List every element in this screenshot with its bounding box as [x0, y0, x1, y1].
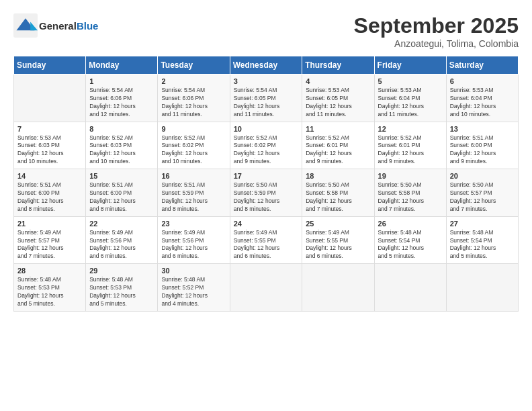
day-number: 29	[89, 267, 154, 275]
day-info: Sunrise: 5:51 AM Sunset: 6:00 PM Dayligh…	[450, 134, 515, 167]
day-info: Sunrise: 5:48 AM Sunset: 5:53 PM Dayligh…	[17, 276, 82, 308]
day-number: 28	[17, 267, 82, 275]
week-row-1: 1Sunrise: 5:54 AM Sunset: 6:06 PM Daylig…	[14, 75, 519, 122]
day-cell: 16Sunrise: 5:51 AM Sunset: 5:59 PM Dayli…	[158, 169, 230, 217]
day-cell: 10Sunrise: 5:52 AM Sunset: 6:02 PM Dayli…	[230, 122, 302, 169]
day-info: Sunrise: 5:54 AM Sunset: 6:06 PM Dayligh…	[89, 87, 154, 119]
day-cell: 28Sunrise: 5:48 AM Sunset: 5:53 PM Dayli…	[14, 264, 86, 312]
day-number: 22	[89, 220, 154, 228]
day-info: Sunrise: 5:50 AM Sunset: 5:57 PM Dayligh…	[450, 181, 515, 214]
day-number: 18	[306, 172, 370, 180]
logo-icon	[13, 13, 38, 38]
day-info: Sunrise: 5:52 AM Sunset: 6:03 PM Dayligh…	[89, 134, 154, 167]
header-row: Sunday Monday Tuesday Wednesday Thursday…	[14, 56, 519, 75]
day-info: Sunrise: 5:52 AM Sunset: 6:02 PM Dayligh…	[234, 134, 299, 167]
day-cell: 14Sunrise: 5:51 AM Sunset: 6:00 PM Dayli…	[14, 169, 86, 217]
day-number: 2	[161, 77, 226, 85]
month-title: September 2025	[354, 13, 519, 38]
day-cell: 7Sunrise: 5:53 AM Sunset: 6:03 PM Daylig…	[14, 122, 86, 169]
day-number: 11	[306, 125, 370, 133]
day-info: Sunrise: 5:53 AM Sunset: 6:05 PM Dayligh…	[306, 87, 370, 119]
day-number: 1	[89, 77, 154, 85]
day-cell: 17Sunrise: 5:50 AM Sunset: 5:59 PM Dayli…	[230, 169, 302, 217]
logo: GeneralBlue	[13, 13, 98, 38]
week-row-3: 14Sunrise: 5:51 AM Sunset: 6:00 PM Dayli…	[14, 169, 519, 217]
day-info: Sunrise: 5:51 AM Sunset: 6:00 PM Dayligh…	[17, 181, 82, 214]
day-info: Sunrise: 5:52 AM Sunset: 6:02 PM Dayligh…	[161, 134, 226, 167]
day-number: 8	[89, 125, 154, 133]
day-number: 17	[234, 172, 299, 180]
day-number: 16	[161, 172, 226, 180]
day-cell: 11Sunrise: 5:52 AM Sunset: 6:01 PM Dayli…	[302, 122, 374, 169]
day-number: 27	[450, 220, 515, 228]
day-cell: 27Sunrise: 5:48 AM Sunset: 5:54 PM Dayli…	[446, 216, 518, 264]
col-monday: Monday	[86, 56, 158, 75]
day-number: 21	[17, 220, 82, 228]
day-info: Sunrise: 5:48 AM Sunset: 5:54 PM Dayligh…	[450, 229, 515, 261]
day-number: 4	[306, 77, 370, 85]
day-cell	[446, 264, 518, 312]
day-cell: 9Sunrise: 5:52 AM Sunset: 6:02 PM Daylig…	[158, 122, 230, 169]
day-cell: 6Sunrise: 5:53 AM Sunset: 6:04 PM Daylig…	[446, 75, 518, 122]
day-info: Sunrise: 5:51 AM Sunset: 5:59 PM Dayligh…	[161, 181, 226, 214]
day-info: Sunrise: 5:48 AM Sunset: 5:52 PM Dayligh…	[161, 276, 226, 308]
day-info: Sunrise: 5:50 AM Sunset: 5:58 PM Dayligh…	[306, 181, 370, 214]
day-cell: 5Sunrise: 5:53 AM Sunset: 6:04 PM Daylig…	[374, 75, 446, 122]
day-number: 9	[161, 125, 226, 133]
day-cell: 12Sunrise: 5:52 AM Sunset: 6:01 PM Dayli…	[374, 122, 446, 169]
day-info: Sunrise: 5:54 AM Sunset: 6:05 PM Dayligh…	[234, 87, 299, 119]
day-number: 23	[161, 220, 226, 228]
title-block: September 2025 Anzoategui, Tolima, Colom…	[354, 13, 519, 49]
day-info: Sunrise: 5:49 AM Sunset: 5:56 PM Dayligh…	[89, 229, 154, 261]
day-number: 30	[161, 267, 226, 275]
col-friday: Friday	[374, 56, 446, 75]
col-sunday: Sunday	[14, 56, 86, 75]
day-number: 12	[378, 125, 443, 133]
location: Anzoategui, Tolima, Colombia	[354, 38, 519, 49]
day-number: 10	[234, 125, 299, 133]
day-cell: 2Sunrise: 5:54 AM Sunset: 6:06 PM Daylig…	[158, 75, 230, 122]
week-row-2: 7Sunrise: 5:53 AM Sunset: 6:03 PM Daylig…	[14, 122, 519, 169]
week-row-5: 28Sunrise: 5:48 AM Sunset: 5:53 PM Dayli…	[14, 264, 519, 312]
day-info: Sunrise: 5:52 AM Sunset: 6:01 PM Dayligh…	[306, 134, 370, 167]
col-wednesday: Wednesday	[230, 56, 302, 75]
day-info: Sunrise: 5:51 AM Sunset: 6:00 PM Dayligh…	[89, 181, 154, 214]
day-number: 13	[450, 125, 515, 133]
day-info: Sunrise: 5:50 AM Sunset: 5:58 PM Dayligh…	[378, 181, 443, 214]
day-info: Sunrise: 5:53 AM Sunset: 6:04 PM Dayligh…	[378, 87, 443, 119]
day-info: Sunrise: 5:53 AM Sunset: 6:03 PM Dayligh…	[17, 134, 82, 167]
day-info: Sunrise: 5:49 AM Sunset: 5:55 PM Dayligh…	[306, 229, 370, 261]
day-info: Sunrise: 5:48 AM Sunset: 5:53 PM Dayligh…	[89, 276, 154, 308]
day-cell: 24Sunrise: 5:49 AM Sunset: 5:55 PM Dayli…	[230, 216, 302, 264]
day-number: 15	[89, 172, 154, 180]
day-cell	[14, 75, 86, 122]
day-number: 24	[234, 220, 299, 228]
page-header: GeneralBlue September 2025 Anzoategui, T…	[13, 13, 519, 49]
day-cell	[374, 264, 446, 312]
logo-general-text: GeneralBlue	[39, 19, 98, 33]
day-cell: 13Sunrise: 5:51 AM Sunset: 6:00 PM Dayli…	[446, 122, 518, 169]
calendar-table: Sunday Monday Tuesday Wednesday Thursday…	[13, 56, 519, 312]
day-number: 3	[234, 77, 299, 85]
day-info: Sunrise: 5:49 AM Sunset: 5:57 PM Dayligh…	[17, 229, 82, 261]
day-info: Sunrise: 5:48 AM Sunset: 5:54 PM Dayligh…	[378, 229, 443, 261]
day-cell: 30Sunrise: 5:48 AM Sunset: 5:52 PM Dayli…	[158, 264, 230, 312]
day-number: 25	[306, 220, 370, 228]
day-cell: 26Sunrise: 5:48 AM Sunset: 5:54 PM Dayli…	[374, 216, 446, 264]
day-cell: 23Sunrise: 5:49 AM Sunset: 5:56 PM Dayli…	[158, 216, 230, 264]
day-cell: 20Sunrise: 5:50 AM Sunset: 5:57 PM Dayli…	[446, 169, 518, 217]
week-row-4: 21Sunrise: 5:49 AM Sunset: 5:57 PM Dayli…	[14, 216, 519, 264]
day-cell: 1Sunrise: 5:54 AM Sunset: 6:06 PM Daylig…	[86, 75, 158, 122]
day-cell: 22Sunrise: 5:49 AM Sunset: 5:56 PM Dayli…	[86, 216, 158, 264]
day-cell: 29Sunrise: 5:48 AM Sunset: 5:53 PM Dayli…	[86, 264, 158, 312]
day-cell: 15Sunrise: 5:51 AM Sunset: 6:00 PM Dayli…	[86, 169, 158, 217]
day-number: 19	[378, 172, 443, 180]
day-cell: 4Sunrise: 5:53 AM Sunset: 6:05 PM Daylig…	[302, 75, 374, 122]
day-number: 5	[378, 77, 443, 85]
day-cell: 19Sunrise: 5:50 AM Sunset: 5:58 PM Dayli…	[374, 169, 446, 217]
day-number: 7	[17, 125, 82, 133]
day-number: 26	[378, 220, 443, 228]
day-cell	[230, 264, 302, 312]
day-info: Sunrise: 5:54 AM Sunset: 6:06 PM Dayligh…	[161, 87, 226, 119]
day-info: Sunrise: 5:49 AM Sunset: 5:56 PM Dayligh…	[161, 229, 226, 261]
